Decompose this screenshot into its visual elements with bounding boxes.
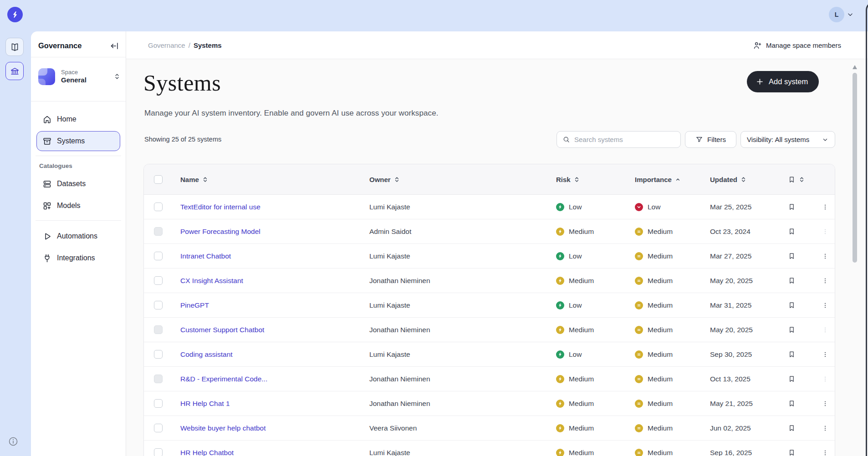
importance-equals-badge-icon [635, 449, 643, 456]
breadcrumb-parent[interactable]: Governance [148, 41, 185, 49]
owner-name: Lumi Kajaste [369, 350, 410, 359]
owner-name: Lumi Kajaste [369, 203, 410, 211]
table-row: Intranet ChatbotLumi KajasteLowMediumMar… [144, 244, 835, 269]
sidebar-item-systems[interactable]: Systems [36, 131, 120, 151]
row-checkbox [154, 325, 163, 334]
column-header-updated[interactable]: Updated [710, 164, 746, 194]
search-input[interactable] [574, 136, 665, 143]
column-header-importance[interactable]: Importance [635, 164, 681, 194]
kebab-menu-icon[interactable] [822, 300, 829, 310]
kebab-menu-icon[interactable] [822, 448, 829, 456]
system-name-link[interactable]: HR Help Chatbot [180, 449, 234, 456]
kebab-menu-icon[interactable] [822, 350, 829, 360]
system-name-link[interactable]: Power Forecasting Model [180, 228, 260, 236]
updated-date: Mar 25, 2025 [710, 203, 751, 211]
visibility-label: Visibility: All systems [747, 136, 809, 143]
system-name-link[interactable]: Customer Support Chatbot [180, 326, 264, 334]
kebab-menu-icon[interactable] [822, 423, 829, 433]
sidebar-item-label: Datasets [57, 180, 86, 188]
row-checkbox[interactable] [154, 276, 163, 285]
visibility-dropdown[interactable]: Visibility: All systems [740, 131, 835, 148]
sort-both-icon [740, 177, 746, 182]
main-header: Governance / Systems Manage space member… [126, 31, 868, 59]
filters-button[interactable]: Filters [685, 131, 736, 148]
bookmark-icon[interactable] [788, 227, 796, 236]
column-label: Importance [635, 176, 672, 183]
updated-date: Sep 16, 2025 [710, 449, 752, 456]
row-checkbox[interactable] [154, 301, 163, 309]
bookmark-icon[interactable] [788, 301, 796, 309]
row-checkbox[interactable] [154, 399, 163, 408]
column-label: Owner [369, 176, 391, 183]
kebab-menu-icon[interactable] [822, 374, 829, 384]
column-label: Name [180, 176, 199, 183]
column-header-bookmark[interactable] [788, 164, 805, 194]
bookmark-icon[interactable] [788, 424, 796, 432]
importance-label: Medium [648, 326, 673, 334]
bookmark-icon[interactable] [788, 325, 796, 334]
kebab-menu-icon[interactable] [822, 325, 829, 335]
system-name-link[interactable]: HR Help Chat 1 [180, 400, 230, 408]
space-selector[interactable]: Space General [38, 66, 121, 87]
risk-bolt-badge-icon [556, 326, 564, 334]
kebab-menu-icon[interactable] [822, 399, 829, 409]
row-checkbox[interactable] [154, 424, 163, 432]
column-header-risk[interactable]: Risk [556, 164, 580, 194]
bookmark-icon[interactable] [788, 252, 796, 260]
sidebar-collapse-icon[interactable] [109, 41, 119, 51]
sort-both-icon [574, 177, 580, 182]
risk-badge: Low [556, 203, 582, 211]
sidebar-item-datasets[interactable]: Datasets [36, 174, 120, 194]
manage-space-members-button[interactable]: Manage space members [753, 31, 841, 59]
row-checkbox [154, 227, 163, 236]
scrollbar-thumb[interactable] [853, 73, 857, 263]
risk-bolt-badge-icon [556, 301, 564, 309]
sidebar-item-models[interactable]: Models [36, 196, 120, 216]
row-checkbox[interactable] [154, 252, 163, 260]
grid-plus-icon [42, 201, 52, 211]
column-header-owner[interactable]: Owner [369, 164, 400, 194]
sidebar-title: Governance [38, 41, 82, 50]
sidebar-item-home[interactable]: Home [36, 109, 120, 129]
bookmark-icon[interactable] [788, 203, 796, 211]
row-checkbox[interactable] [154, 448, 163, 456]
system-name-link[interactable]: CX Insight Assistant [180, 277, 243, 285]
bookmark-icon[interactable] [788, 399, 796, 408]
importance-equals-badge-icon [635, 326, 643, 334]
sidebar-item-automations[interactable]: Automations [36, 226, 120, 246]
sidebar-item-integrations[interactable]: Integrations [36, 248, 120, 268]
kebab-menu-icon[interactable] [822, 202, 829, 212]
risk-badge: Low [556, 301, 582, 309]
table-row: Coding assistantLumi KajasteLowMediumSep… [144, 342, 835, 367]
column-header-name[interactable]: Name [180, 164, 208, 194]
account-menu-chevron-down-icon[interactable] [846, 10, 854, 19]
kebab-menu-icon[interactable] [822, 251, 829, 261]
risk-label: Medium [569, 277, 594, 285]
row-checkbox[interactable] [154, 350, 163, 359]
system-name-link[interactable]: Coding assistant [180, 350, 233, 359]
kebab-menu-icon[interactable] [822, 227, 829, 237]
bookmark-icon[interactable] [788, 350, 796, 359]
filters-label: Filters [707, 136, 726, 143]
scrollbar-up-arrow[interactable] [853, 65, 857, 69]
row-checkbox[interactable] [154, 203, 163, 211]
rail-button-governance[interactable] [5, 62, 24, 80]
user-avatar[interactable]: L [829, 7, 844, 22]
add-system-button[interactable]: Add system [747, 71, 819, 92]
chevrons-up-down-icon [113, 72, 121, 81]
system-name-link[interactable]: Intranet Chatbot [180, 252, 231, 260]
sort-both-icon [799, 177, 805, 182]
updated-date: May 21, 2025 [710, 400, 753, 408]
system-name-link[interactable]: Website buyer help chatbot [180, 424, 266, 432]
select-all-checkbox[interactable] [154, 175, 163, 184]
system-name-link[interactable]: PineGPT [180, 301, 209, 309]
info-icon[interactable] [8, 436, 19, 447]
bookmark-icon[interactable] [788, 276, 796, 285]
sort-asc-icon [675, 177, 681, 182]
kebab-menu-icon[interactable] [822, 276, 829, 286]
bookmark-icon[interactable] [788, 375, 796, 383]
system-name-link[interactable]: TextEditor for internal use [180, 203, 260, 211]
system-name-link[interactable]: R&D - Experimental Code... [180, 375, 267, 383]
bookmark-icon[interactable] [788, 448, 796, 456]
rail-button-library[interactable] [5, 38, 24, 56]
